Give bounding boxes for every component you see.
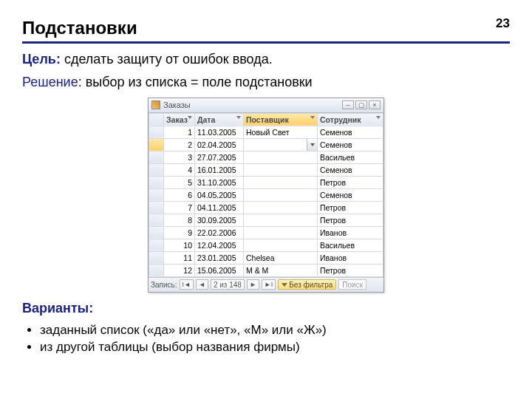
cell-order[interactable]: 5 bbox=[164, 176, 195, 188]
search-box[interactable]: Поиск bbox=[338, 279, 366, 290]
cell-supplier[interactable] bbox=[244, 176, 318, 188]
cell-date[interactable]: 23.01.2005 bbox=[195, 251, 244, 264]
list-item: из другой таблицы (выбор названия фирмы) bbox=[40, 340, 510, 355]
data-table: Заказ Дата Поставщик Сотрудник 111.03.20… bbox=[149, 113, 383, 277]
app-window: Заказы – ▢ × Заказ Дата Поставщик bbox=[148, 98, 384, 293]
cell-order[interactable]: 4 bbox=[164, 163, 195, 176]
cell-employee[interactable]: Васильев bbox=[318, 151, 383, 163]
cell-order[interactable]: 9 bbox=[164, 226, 195, 239]
cell-order[interactable]: 10 bbox=[164, 239, 195, 251]
cell-order[interactable]: 2 bbox=[164, 138, 195, 151]
nav-last[interactable]: ►I bbox=[262, 279, 276, 290]
col-header-employee[interactable]: Сотрудник bbox=[318, 113, 383, 126]
table-row[interactable]: 604.05.2005Семенов bbox=[149, 188, 383, 201]
cell-date[interactable]: 31.10.2005 bbox=[195, 176, 244, 188]
cell-employee[interactable]: Семенов bbox=[318, 188, 383, 201]
list-item: заданный список («да» или «нет», «М» или… bbox=[40, 323, 510, 338]
cell-date[interactable]: 02.04.2005 bbox=[195, 138, 244, 151]
row-selector[interactable] bbox=[149, 151, 164, 163]
cell-supplier[interactable] bbox=[244, 214, 318, 226]
record-position[interactable]: 2 из 148 bbox=[211, 279, 245, 290]
cell-employee[interactable]: Иванов bbox=[318, 251, 383, 264]
cell-date[interactable]: 22.02.2006 bbox=[195, 226, 244, 239]
cell-employee[interactable]: Семенов bbox=[318, 138, 383, 151]
cell-order[interactable]: 8 bbox=[164, 214, 195, 226]
restore-button[interactable]: ▢ bbox=[355, 100, 367, 109]
row-selector[interactable] bbox=[149, 126, 164, 138]
cell-employee[interactable]: Петров bbox=[318, 214, 383, 226]
cell-supplier[interactable]: Chelsea bbox=[244, 251, 318, 264]
cell-supplier[interactable] bbox=[244, 151, 318, 163]
page-number: 23 bbox=[496, 16, 510, 31]
col-header-supplier[interactable]: Поставщик bbox=[244, 113, 318, 126]
cell-supplier[interactable] bbox=[244, 239, 318, 251]
table-row[interactable]: 111.03.2005Новый СветСеменов bbox=[149, 126, 383, 138]
nav-next[interactable]: ► bbox=[247, 279, 259, 290]
row-selector[interactable] bbox=[149, 226, 164, 239]
cell-order[interactable]: 12 bbox=[164, 264, 195, 276]
row-selector[interactable] bbox=[149, 188, 164, 201]
cell-date[interactable]: 04.05.2005 bbox=[195, 188, 244, 201]
row-selector[interactable] bbox=[149, 214, 164, 226]
row-selector[interactable] bbox=[149, 163, 164, 176]
cell-supplier[interactable]: Новый Свет bbox=[244, 126, 318, 138]
cell-order[interactable]: 11 bbox=[164, 251, 195, 264]
cell-supplier[interactable] bbox=[244, 226, 318, 239]
nav-prev[interactable]: ◄ bbox=[196, 279, 208, 290]
variants-list: заданный список («да» или «нет», «М» или… bbox=[40, 323, 510, 355]
cell-date[interactable]: 16.01.2005 bbox=[195, 163, 244, 176]
table-row[interactable]: 704.11.2005Петров bbox=[149, 201, 383, 214]
minimize-button[interactable]: – bbox=[342, 100, 354, 109]
table-row[interactable]: 327.07.2005Васильев bbox=[149, 151, 383, 163]
cell-supplier[interactable]: Новый СветНовый СветБелвестБрестская кре… bbox=[244, 138, 318, 151]
table-row[interactable]: 531.10.2005Петров bbox=[149, 176, 383, 188]
table-row[interactable]: 1215.06.2005M & MПетров bbox=[149, 264, 383, 276]
cell-supplier[interactable] bbox=[244, 163, 318, 176]
table-row[interactable]: 1123.01.2005ChelseaИванов bbox=[149, 251, 383, 264]
row-selector[interactable] bbox=[149, 201, 164, 214]
table-row[interactable]: 922.02.2006Иванов bbox=[149, 226, 383, 239]
window-controls: – ▢ × bbox=[342, 100, 381, 109]
cell-employee[interactable]: Иванов bbox=[318, 226, 383, 239]
col-header-order[interactable]: Заказ bbox=[164, 113, 195, 126]
row-selector[interactable] bbox=[149, 239, 164, 251]
table-icon bbox=[151, 100, 160, 109]
cell-order[interactable]: 7 bbox=[164, 201, 195, 214]
cell-order[interactable]: 6 bbox=[164, 188, 195, 201]
row-selector[interactable] bbox=[149, 176, 164, 188]
nav-first[interactable]: I◄ bbox=[180, 279, 194, 290]
cell-date[interactable]: 11.03.2005 bbox=[195, 126, 244, 138]
record-label: Запись: bbox=[151, 281, 177, 289]
cell-order[interactable]: 3 bbox=[164, 151, 195, 163]
window-title: Заказы bbox=[163, 100, 342, 109]
cell-supplier[interactable] bbox=[244, 201, 318, 214]
row-selector-header[interactable] bbox=[149, 113, 164, 126]
close-button[interactable]: × bbox=[369, 100, 381, 109]
table-row[interactable]: 1012.04.2005Васильев bbox=[149, 239, 383, 251]
cell-date[interactable]: 15.06.2005 bbox=[195, 264, 244, 276]
cell-supplier[interactable] bbox=[244, 188, 318, 201]
solution-label: Решение bbox=[22, 75, 78, 89]
cell-employee[interactable]: Семенов bbox=[318, 126, 383, 138]
table-row[interactable]: 830.09.2005Петров bbox=[149, 214, 383, 226]
cell-date[interactable]: 04.11.2005 bbox=[195, 201, 244, 214]
col-header-date[interactable]: Дата bbox=[195, 113, 244, 126]
cell-employee[interactable]: Петров bbox=[318, 264, 383, 276]
cell-date[interactable]: 30.09.2005 bbox=[195, 214, 244, 226]
row-selector[interactable] bbox=[149, 138, 164, 151]
page-title: Подстановки bbox=[22, 18, 510, 38]
row-selector[interactable] bbox=[149, 251, 164, 264]
cell-employee[interactable]: Петров bbox=[318, 176, 383, 188]
cell-employee[interactable]: Васильев bbox=[318, 239, 383, 251]
cell-supplier[interactable]: M & M bbox=[244, 264, 318, 276]
row-selector[interactable] bbox=[149, 264, 164, 276]
cell-employee[interactable]: Петров bbox=[318, 201, 383, 214]
cell-date[interactable]: 12.04.2005 bbox=[195, 239, 244, 251]
cell-order[interactable]: 1 bbox=[164, 126, 195, 138]
dropdown-button[interactable] bbox=[307, 139, 317, 151]
table-row[interactable]: 416.01.2005Семенов bbox=[149, 163, 383, 176]
cell-employee[interactable]: Семенов bbox=[318, 163, 383, 176]
filter-indicator[interactable]: Без фильтра bbox=[278, 279, 336, 290]
cell-date[interactable]: 27.07.2005 bbox=[195, 151, 244, 163]
table-row[interactable]: 202.04.2005Новый СветНовый СветБелвестБр… bbox=[149, 138, 383, 151]
